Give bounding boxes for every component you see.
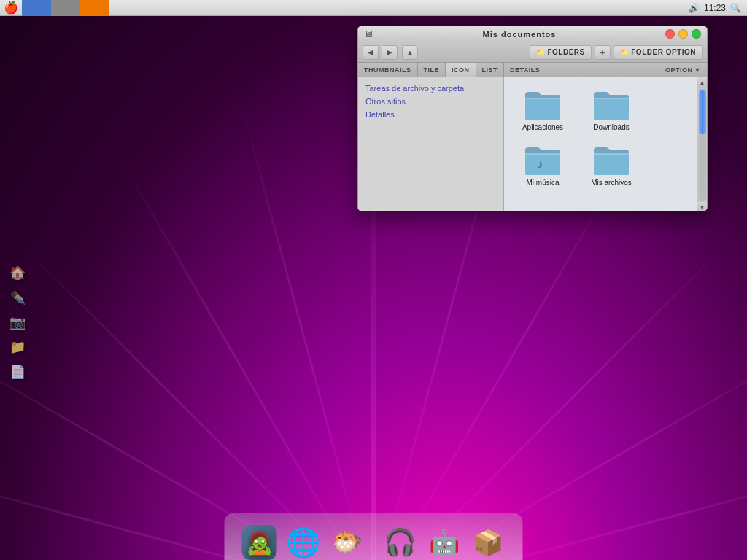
file-item-archivos[interactable]: Mis archivos <box>578 139 644 191</box>
file-label-musica: Mi música <box>526 179 559 187</box>
menubar-btn-blue[interactable] <box>22 0 51 16</box>
dock-icon-monster: 🧟 <box>242 525 277 560</box>
forward-button[interactable]: ▶ <box>382 45 398 60</box>
dock-item-chrome[interactable]: 🌐 <box>283 516 324 560</box>
toolbar: ◀ ▶ ▲ 📁 FOLDERS + 📁 FOLDER OPTION <box>358 42 707 63</box>
dock: 🧟 🌐 🐡 🎧 🤖 📦 <box>225 513 523 560</box>
file-label-archivos: Mis archivos <box>591 179 632 187</box>
search-icon[interactable]: 🔍 <box>730 3 741 13</box>
panel-item-details[interactable]: Detalles <box>365 108 496 121</box>
menubar-btn-orange[interactable] <box>80 0 109 16</box>
tab-thumbnails[interactable]: THUMBNAILS <box>358 63 418 77</box>
file-label-downloads: Downloads <box>593 123 629 131</box>
sidebar-icon-file[interactable]: 📄 <box>7 362 28 382</box>
view-tabs: THUMBNAILS TILE ICON LIST DETAILS OPTION… <box>358 63 707 77</box>
sidebar-icon-camera[interactable]: 📷 <box>7 312 28 332</box>
scroll-track <box>699 89 706 201</box>
apple-icon: 🍎 <box>4 1 18 15</box>
file-item-musica[interactable]: ♪ Mi música <box>510 139 576 191</box>
dock-icon-chrome: 🌐 <box>286 525 321 560</box>
dock-divider <box>374 521 374 557</box>
dock-icon-headphones: 🎧 <box>383 525 418 560</box>
add-button[interactable]: + <box>595 45 611 60</box>
chevron-down-icon: ▼ <box>694 66 701 74</box>
file-item-downloads[interactable]: Downloads <box>578 83 644 136</box>
file-grid: Aplicaciones Downloads <box>504 77 697 211</box>
tab-list[interactable]: LIST <box>476 63 505 77</box>
dock-icon-fish: 🐡 <box>330 525 365 560</box>
file-manager-window: 🖥 Mis documentos ◀ ▶ ▲ 📁 FOLDERS + 📁 FOL… <box>357 26 708 211</box>
dock-item-box[interactable]: 📦 <box>468 516 508 560</box>
apple-menu[interactable]: 🍎 <box>0 0 22 16</box>
dock-item-monster[interactable]: 🧟 <box>239 516 280 560</box>
tab-tile[interactable]: TILE <box>418 63 446 77</box>
svg-text:♪: ♪ <box>537 157 543 171</box>
sidebar-icon-home[interactable]: 🏠 <box>7 262 28 283</box>
close-button[interactable] <box>665 29 675 39</box>
scroll-down-button[interactable]: ▼ <box>697 202 708 211</box>
dock-icon-box: 📦 <box>471 525 506 560</box>
folder-option-button[interactable]: 📁 FOLDER OPTION <box>614 45 703 60</box>
scroll-thumb[interactable] <box>699 90 706 134</box>
scroll-up-button[interactable]: ▲ <box>697 77 708 88</box>
file-item-aplicaciones[interactable]: Aplicaciones <box>510 83 576 136</box>
sidebar-icon-folder[interactable]: 📁 <box>7 337 28 357</box>
file-label-aplicaciones: Aplicaciones <box>522 123 563 131</box>
folder-icon-downloads <box>592 88 630 121</box>
scrollbar: ▲ ▼ <box>697 77 707 211</box>
window-icon: 🖥 <box>364 28 374 39</box>
menubar: 🍎 🔊 11:23 🔍 <box>0 0 747 16</box>
window-controls <box>665 29 701 39</box>
tab-icon[interactable]: ICON <box>446 63 476 77</box>
maximize-button[interactable] <box>692 29 701 39</box>
folder-icon-archivos <box>592 143 630 176</box>
dock-item-fish[interactable]: 🐡 <box>327 516 368 560</box>
folder-option-icon: 📁 <box>620 48 630 56</box>
sidebar-icons: 🏠 ✒️ 📷 📁 📄 <box>7 262 28 382</box>
dock-item-headphones[interactable]: 🎧 <box>380 516 421 560</box>
panel-item-tasks[interactable]: Tareas de archivo y carpeta <box>365 82 496 95</box>
tab-details[interactable]: DETAILS <box>504 63 546 77</box>
folder-icon-musica: ♪ <box>524 143 562 176</box>
menubar-time: 11:23 <box>704 3 726 13</box>
option-button[interactable]: OPTION ▼ <box>659 66 707 74</box>
sidebar-icon-pen[interactable]: ✒️ <box>7 287 28 308</box>
menubar-right: 🔊 11:23 🔍 <box>689 3 747 13</box>
folders-icon: 📁 <box>536 48 546 56</box>
minimize-button[interactable] <box>678 29 688 39</box>
up-button[interactable]: ▲ <box>402 45 418 60</box>
menubar-left: 🍎 <box>0 0 109 16</box>
dock-item-robot[interactable]: 🤖 <box>424 516 465 560</box>
dock-icon-robot: 🤖 <box>427 525 462 560</box>
panel-item-sites[interactable]: Otros sitios <box>365 95 496 108</box>
folder-icon-aplicaciones <box>524 88 562 121</box>
volume-icon: 🔊 <box>689 3 700 13</box>
titlebar: 🖥 Mis documentos <box>358 26 707 42</box>
left-panel: Tareas de archivo y carpeta Otros sitios… <box>358 77 504 211</box>
window-title: Mis documentos <box>374 30 665 39</box>
window-content: Tareas de archivo y carpeta Otros sitios… <box>358 77 707 211</box>
back-button[interactable]: ◀ <box>363 45 379 60</box>
folders-button[interactable]: 📁 FOLDERS <box>530 45 592 60</box>
menubar-btn-gray[interactable] <box>51 0 80 16</box>
